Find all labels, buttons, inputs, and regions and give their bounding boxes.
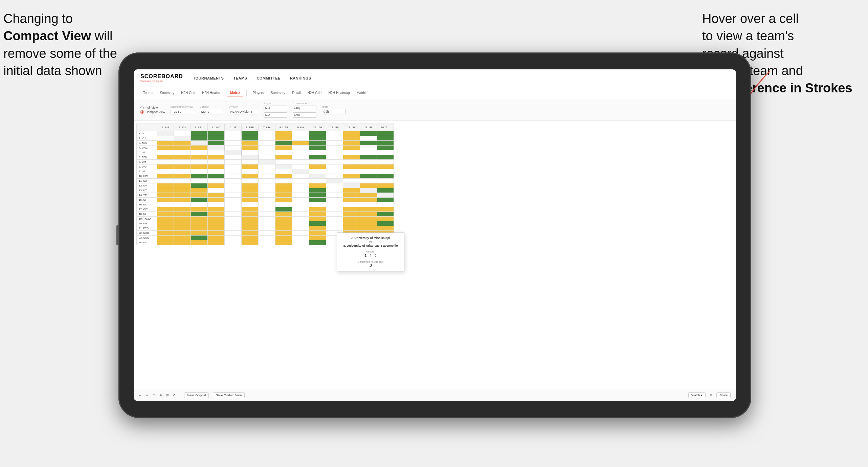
matrix-cell[interactable] — [157, 217, 174, 221]
subnav-detail[interactable]: Detail — [289, 90, 304, 96]
matrix-cell[interactable] — [377, 221, 394, 226]
matrix-cell[interactable] — [259, 146, 275, 150]
matrix-cell[interactable] — [326, 160, 343, 164]
matrix-cell[interactable] — [174, 236, 191, 240]
matrix-cell[interactable] — [343, 155, 360, 160]
matrix-cell[interactable] — [360, 207, 377, 212]
matrix-cell[interactable] — [259, 141, 275, 146]
matrix-cell[interactable] — [326, 150, 343, 155]
matrix-cell[interactable] — [191, 174, 208, 179]
matrix-cell[interactable] — [275, 155, 292, 160]
gender-select[interactable]: Men's — [200, 109, 223, 114]
matrix-cell[interactable] — [174, 240, 191, 245]
matrix-cell[interactable] — [225, 146, 242, 150]
matrix-cell[interactable] — [377, 198, 394, 202]
matrix-cell[interactable] — [242, 183, 259, 188]
matrix-cell[interactable] — [259, 226, 275, 231]
matrix-cell[interactable] — [157, 164, 174, 169]
nav-tournaments[interactable]: TOURNAMENTS — [193, 76, 224, 80]
matrix-cell[interactable] — [174, 150, 191, 155]
matrix-cell[interactable] — [242, 212, 259, 217]
matrix-cell[interactable] — [174, 179, 191, 183]
matrix-cell[interactable] — [208, 146, 225, 150]
matrix-cell[interactable] — [259, 179, 275, 183]
matrix-cell[interactable] — [377, 212, 394, 217]
matrix-cell[interactable] — [157, 131, 174, 136]
toolbar-btn6[interactable]: ↺ — [173, 394, 176, 397]
matrix-cell[interactable] — [225, 202, 242, 207]
matrix-cell[interactable] — [309, 217, 326, 221]
matrix-cell[interactable] — [309, 202, 326, 207]
matrix-cell[interactable] — [174, 169, 191, 174]
matrix-cell[interactable] — [242, 141, 259, 146]
matrix-cell[interactable] — [309, 188, 326, 193]
matrix-cell[interactable] — [157, 202, 174, 207]
matrix-cell[interactable] — [360, 202, 377, 207]
conference-select[interactable]: (All) — [293, 106, 316, 111]
toolbar-undo[interactable]: ↩ — [139, 394, 142, 397]
max-teams-select[interactable]: Top 50 — [171, 109, 194, 114]
matrix-cell[interactable] — [157, 155, 174, 160]
matrix-cell[interactable] — [377, 131, 394, 136]
nav-rankings[interactable]: RANKINGS — [290, 76, 311, 80]
matrix-cell[interactable] — [343, 207, 360, 212]
matrix-cell[interactable] — [309, 221, 326, 226]
matrix-cell[interactable] — [174, 136, 191, 141]
matrix-cell[interactable] — [174, 164, 191, 169]
matrix-cell[interactable] — [191, 193, 208, 198]
matrix-cell[interactable] — [208, 221, 225, 226]
matrix-cell[interactable] — [326, 188, 343, 193]
matrix-cell[interactable] — [157, 169, 174, 174]
matrix-cell[interactable] — [208, 169, 225, 174]
matrix-cell[interactable] — [360, 150, 377, 155]
matrix-cell[interactable] — [275, 226, 292, 231]
matrix-cell[interactable] — [242, 169, 259, 174]
matrix-cell[interactable] — [259, 169, 275, 174]
matrix-container[interactable]: 1. AU 2. VU 3. ASU 4. UNC 5. UT 6. FSU 7… — [134, 121, 736, 389]
matrix-cell[interactable] — [191, 188, 208, 193]
matrix-cell[interactable] — [275, 150, 292, 155]
matrix-cell[interactable] — [326, 146, 343, 150]
matrix-cell[interactable] — [292, 174, 309, 179]
matrix-cell[interactable] — [309, 136, 326, 141]
matrix-cell[interactable] — [225, 193, 242, 198]
matrix-cell[interactable] — [326, 179, 343, 183]
matrix-cell[interactable] — [343, 146, 360, 150]
matrix-cell[interactable] — [208, 164, 225, 169]
save-custom-view-btn[interactable]: Save Custom View — [213, 392, 245, 398]
matrix-cell[interactable] — [360, 169, 377, 174]
matrix-cell[interactable] — [242, 240, 259, 245]
matrix-cell[interactable] — [292, 221, 309, 226]
matrix-cell[interactable] — [275, 236, 292, 240]
matrix-cell[interactable] — [242, 207, 259, 212]
matrix-cell[interactable] — [157, 207, 174, 212]
matrix-cell[interactable] — [275, 207, 292, 212]
matrix-cell[interactable] — [292, 207, 309, 212]
matrix-cell[interactable] — [377, 188, 394, 193]
matrix-cell[interactable] — [225, 188, 242, 193]
matrix-cell[interactable] — [326, 212, 343, 217]
matrix-cell[interactable] — [309, 155, 326, 160]
subnav-h2h-grid1[interactable]: H2H Grid — [178, 90, 198, 96]
subnav-h2h-heatmap2[interactable]: H2H Heatmap — [326, 90, 352, 96]
full-view-radio[interactable]: Full View — [140, 106, 165, 109]
subnav-h2h-heatmap1[interactable]: H2H Heatmap — [199, 90, 226, 96]
matrix-cell[interactable] — [259, 236, 275, 240]
matrix-cell[interactable] — [191, 179, 208, 183]
matrix-cell[interactable] — [292, 164, 309, 169]
matrix-cell[interactable] — [242, 193, 259, 198]
matrix-cell[interactable] — [343, 183, 360, 188]
matrix-cell[interactable] — [208, 240, 225, 245]
matrix-cell[interactable] — [191, 217, 208, 221]
matrix-cell[interactable] — [259, 202, 275, 207]
subnav-h2h-grid2[interactable]: H2H Grid — [305, 90, 324, 96]
matrix-cell[interactable] — [157, 150, 174, 155]
matrix-cell[interactable] — [208, 141, 225, 146]
matrix-cell[interactable] — [157, 183, 174, 188]
matrix-cell[interactable] — [225, 236, 242, 240]
matrix-cell[interactable] — [309, 146, 326, 150]
matrix-cell[interactable] — [377, 183, 394, 188]
matrix-cell[interactable] — [343, 169, 360, 174]
matrix-cell[interactable] — [259, 198, 275, 202]
matrix-cell[interactable] — [191, 160, 208, 164]
